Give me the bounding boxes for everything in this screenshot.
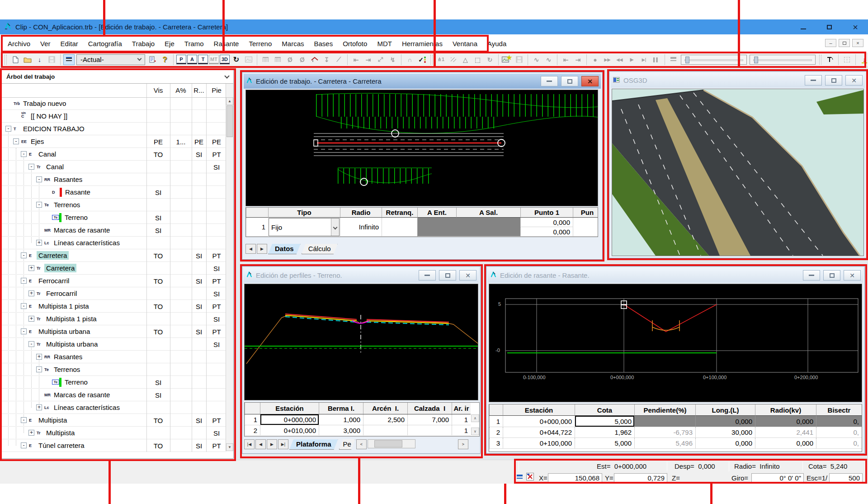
osg3d-canvas[interactable]: [612, 89, 864, 256]
cell[interactable]: 2,441: [755, 427, 816, 438]
cell[interactable]: 0+000,000: [503, 416, 575, 427]
help-button[interactable]: ?: [159, 54, 170, 65]
collapse-box-icon[interactable]: -: [21, 417, 27, 423]
profile-tool-button[interactable]: [260, 54, 271, 65]
pause-button[interactable]: ▌▌: [651, 54, 662, 65]
rewind-button[interactable]: ◀◀: [614, 54, 625, 65]
cell[interactable]: 30,000: [695, 427, 755, 438]
child-minimize-button[interactable]: [419, 270, 436, 281]
elevation-view-button[interactable]: A: [187, 55, 197, 64]
go-start-button[interactable]: ⇤: [560, 54, 571, 65]
lower-tool-button[interactable]: ↧: [321, 54, 332, 65]
raise-point-button[interactable]: ↑: [841, 54, 853, 65]
tree-row[interactable]: -ETúnel carreteraTOSIPT: [2, 439, 226, 452]
menu-ayuda[interactable]: Ayuda: [482, 38, 511, 49]
save-button[interactable]: [46, 54, 57, 65]
cell[interactable]: 0+010,000: [260, 425, 319, 436]
slope-tool-button[interactable]: ⟋: [333, 54, 344, 65]
tree-row[interactable]: -EFerrocarrilTOSIPT: [2, 275, 226, 287]
menu-cartografía[interactable]: Cartografía: [83, 38, 127, 49]
hide-marks-button[interactable]: Ø: [297, 54, 308, 65]
cell[interactable]: 0,: [816, 416, 862, 427]
trabajo-titlebar[interactable]: Edición de trabajo. - Carretera - Carret…: [244, 74, 601, 89]
collapse-box-icon[interactable]: -: [36, 202, 42, 208]
tree-row[interactable]: +TrMultipista 1 pistaSI: [2, 313, 226, 325]
tree-row[interactable]: +TrFerrocarrilSI: [2, 287, 226, 300]
play-button[interactable]: ▶: [626, 54, 637, 65]
cell[interactable]: -6,793: [634, 427, 695, 438]
import-button[interactable]: ↓: [34, 54, 45, 65]
tab-datos[interactable]: Datos: [268, 244, 301, 254]
last-record-button[interactable]: ▶|: [278, 439, 288, 449]
cell[interactable]: 0,000: [695, 416, 755, 427]
tree-row[interactable]: MRMarcas de rasanteSI: [2, 389, 226, 401]
fast-forward-button[interactable]: ▶▶: [602, 54, 613, 65]
tree-row[interactable]: -EMultipistaTOSIPT: [2, 414, 226, 427]
tree-row[interactable]: -TeTerrenos: [2, 199, 226, 211]
collapse-box-icon[interactable]: -: [5, 126, 11, 132]
perfiles-section-canvas[interactable]: [244, 284, 478, 400]
child-close-button[interactable]: ✕: [845, 75, 863, 86]
tree-row[interactable]: +TrMultipistaSI: [2, 427, 226, 439]
tree-row[interactable]: -ECarreteraTOSIPT: [2, 249, 226, 262]
cell[interactable]: 7,000: [407, 414, 452, 425]
cell[interactable]: 0,: [816, 438, 862, 449]
cell[interactable]: 5,000: [575, 416, 634, 427]
collapse-box-icon[interactable]: -: [28, 164, 34, 170]
cell[interactable]: 0,000: [755, 416, 816, 427]
shift-right-button[interactable]: ⇥: [363, 54, 374, 65]
tree-row[interactable]: TeTerrenoSI: [2, 376, 226, 389]
hscroll-left-icon[interactable]: <: [356, 439, 367, 449]
insert-vertex-button[interactable]: ↓: [859, 54, 868, 65]
go-end-button[interactable]: ⇥: [572, 54, 584, 65]
menu-archivo[interactable]: Archivo: [3, 38, 35, 49]
collapse-box-icon[interactable]: -: [36, 366, 42, 372]
actual-combo[interactable]: -Actual-: [76, 54, 145, 65]
menu-ortofoto[interactable]: Ortofoto: [338, 38, 372, 49]
wave-tool-button[interactable]: ∿: [543, 54, 554, 65]
cube-tool-button[interactable]: ⬚: [472, 54, 483, 65]
menu-herramientas[interactable]: Herramientas: [397, 38, 448, 49]
cell[interactable]: 1: [245, 414, 260, 425]
child-minimize-button[interactable]: [541, 76, 558, 86]
cross-section-button[interactable]: T: [198, 55, 208, 64]
menu-rasante[interactable]: Rasante: [209, 38, 244, 49]
cell[interactable]: [634, 416, 695, 427]
combobox-chevron-icon[interactable]: [331, 219, 339, 236]
tree-status-icon[interactable]: [516, 473, 524, 481]
cell[interactable]: [573, 218, 598, 237]
close-button[interactable]: ×: [853, 23, 858, 32]
menu-trabajo[interactable]: Trabajo: [127, 38, 160, 49]
expand-box-icon[interactable]: +: [28, 290, 34, 296]
menu-bases[interactable]: Bases: [309, 38, 338, 49]
tab-plataforma[interactable]: Plataforma: [289, 439, 338, 450]
tree-row[interactable]: +LcLíneas características: [2, 237, 226, 249]
collapse-box-icon[interactable]: -: [28, 341, 34, 347]
mdi-restore-button[interactable]: [839, 39, 850, 47]
cell[interactable]: [363, 425, 407, 436]
tree-row[interactable]: -TrCanalSI: [2, 161, 226, 173]
cell[interactable]: 0+000,000: [260, 414, 319, 425]
curve-tool-button[interactable]: ∩: [404, 54, 415, 65]
scroll-thumb[interactable]: [226, 105, 233, 137]
shift-left-button[interactable]: ⇤: [350, 54, 362, 65]
image-new-button[interactable]: ★: [501, 54, 513, 65]
tree-row[interactable]: +LcLíneas características: [2, 401, 226, 414]
expand-box-icon[interactable]: +: [36, 240, 42, 246]
collapse-box-icon[interactable]: -: [21, 303, 27, 309]
hscroll-right-icon[interactable]: >: [458, 439, 468, 449]
cell[interactable]: 0,: [816, 427, 862, 438]
rasante-tool-button[interactable]: [824, 54, 835, 65]
expand-box-icon[interactable]: +: [28, 316, 34, 322]
child-maximize-button[interactable]: [561, 76, 578, 86]
scroll-down-icon[interactable]: ▼: [226, 443, 233, 451]
tipo-combobox[interactable]: Fijo: [269, 218, 340, 236]
collapse-box-icon[interactable]: -: [21, 278, 27, 284]
cell[interactable]: 2: [489, 427, 503, 438]
cell[interactable]: 5,000: [575, 438, 634, 449]
stairs-tool-button[interactable]: [448, 54, 459, 65]
expand-box-icon[interactable]: +: [36, 354, 42, 360]
snap-disable-icon[interactable]: [526, 473, 534, 480]
scroll-down-icon[interactable]: ∨: [471, 428, 479, 435]
snapshot-button[interactable]: [243, 54, 254, 65]
